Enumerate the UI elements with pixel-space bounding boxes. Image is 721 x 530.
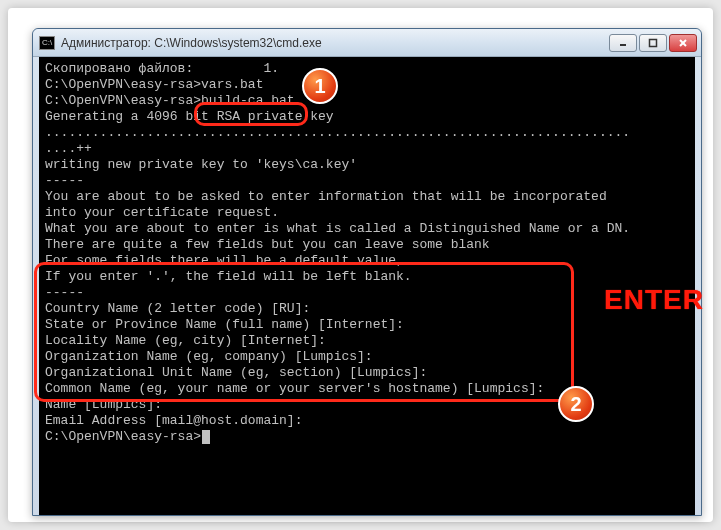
svg-rect-1 bbox=[650, 39, 657, 46]
console-line: writing new private key to 'keys\ca.key' bbox=[45, 157, 689, 173]
console-line: ----- bbox=[45, 173, 689, 189]
screenshot-frame: C:\ Администратор: C:\Windows\system32\c… bbox=[8, 8, 713, 522]
minimize-button[interactable] bbox=[609, 34, 637, 52]
console-line: Скопировано файлов: 1. bbox=[45, 61, 689, 77]
console-line: C:\OpenVPN\easy-rsa>vars.bat bbox=[45, 77, 689, 93]
window-controls bbox=[609, 34, 697, 52]
console-line: ........................................… bbox=[45, 125, 689, 141]
console-line: Generating a 4096 bit RSA private key bbox=[45, 109, 689, 125]
maximize-button[interactable] bbox=[639, 34, 667, 52]
console-line: C:\OpenVPN\easy-rsa> bbox=[45, 429, 689, 445]
console-line: Common Name (eg, your name or your serve… bbox=[45, 381, 689, 397]
cmd-window: C:\ Администратор: C:\Windows\system32\c… bbox=[32, 28, 702, 516]
console-line: Email Address [mail@host.domain]: bbox=[45, 413, 689, 429]
console-line: If you enter '.', the field will be left… bbox=[45, 269, 689, 285]
cmd-icon: C:\ bbox=[39, 36, 55, 50]
console-line: State or Province Name (full name) [Inte… bbox=[45, 317, 689, 333]
step-badge-1: 1 bbox=[302, 68, 338, 104]
close-button[interactable] bbox=[669, 34, 697, 52]
console-line: Organizational Unit Name (eg, section) [… bbox=[45, 365, 689, 381]
console-line: For some fields there will be a default … bbox=[45, 253, 689, 269]
console-line: Locality Name (eg, city) [Internet]: bbox=[45, 333, 689, 349]
console-line: You are about to be asked to enter infor… bbox=[45, 189, 689, 205]
step-badge-2: 2 bbox=[558, 386, 594, 422]
console-line: There are quite a few fields but you can… bbox=[45, 237, 689, 253]
cursor bbox=[202, 430, 210, 444]
console-line: into your certificate request. bbox=[45, 205, 689, 221]
console-line: Country Name (2 letter code) [RU]: bbox=[45, 301, 689, 317]
window-title: Администратор: C:\Windows\system32\cmd.e… bbox=[61, 36, 609, 50]
enter-label: ENTER bbox=[604, 284, 704, 316]
console-line: What you are about to enter is what is c… bbox=[45, 221, 689, 237]
console-line: ....++ bbox=[45, 141, 689, 157]
titlebar[interactable]: C:\ Администратор: C:\Windows\system32\c… bbox=[33, 29, 701, 57]
console-output[interactable]: Скопировано файлов: 1.C:\OpenVPN\easy-rs… bbox=[39, 57, 695, 515]
console-line: C:\OpenVPN\easy-rsa>build-ca.bat bbox=[45, 93, 689, 109]
console-line: ----- bbox=[45, 285, 689, 301]
console-line: Organization Name (eg, company) [Lumpics… bbox=[45, 349, 689, 365]
